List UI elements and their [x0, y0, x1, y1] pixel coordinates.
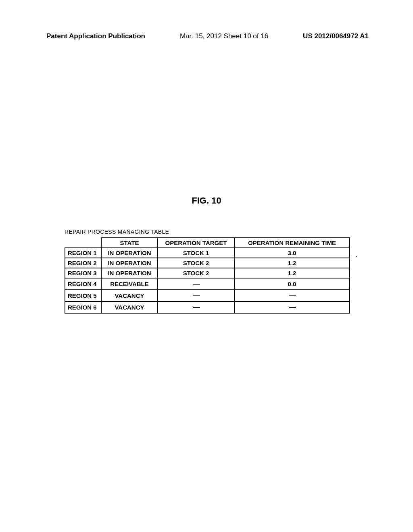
header-publication-type: Patent Application Publication [46, 32, 145, 40]
cell-target: — [158, 301, 234, 313]
col-header-blank [65, 238, 101, 248]
cell-target: — [158, 278, 234, 290]
dash-icon: — [193, 280, 199, 288]
cell-region: REGION 3 [65, 268, 101, 278]
col-header-state: STATE [101, 238, 158, 248]
table-row: REGION 6 VACANCY — — [65, 301, 350, 313]
header-date-sheet: Mar. 15, 2012 Sheet 10 of 16 [180, 32, 268, 40]
table-caption: REPAIR PROCESS MANAGING TABLE [65, 229, 350, 235]
dash-icon: — [289, 303, 295, 311]
stray-period-mark: . [356, 251, 357, 259]
cell-target: — [158, 290, 234, 301]
table-row: REGION 5 VACANCY — — [65, 290, 350, 301]
dash-icon: — [193, 291, 199, 299]
table-header-row: STATE OPERATION TARGET OPERATION REMAINI… [65, 238, 350, 248]
cell-time: — [234, 290, 350, 301]
figure-label: FIG. 10 [0, 195, 413, 206]
cell-region: REGION 4 [65, 278, 101, 290]
table-row: REGION 2 IN OPERATION STOCK 2 1.2 [65, 258, 350, 268]
cell-state: VACANCY [101, 301, 158, 313]
table-row: REGION 4 RECEIVABLE — 0.0 [65, 278, 350, 290]
cell-time: 3.0 [234, 248, 350, 258]
dash-icon: — [289, 291, 295, 299]
cell-state: IN OPERATION [101, 258, 158, 268]
col-header-target: OPERATION TARGET [158, 238, 234, 248]
col-header-time: OPERATION REMAINING TIME [234, 238, 350, 248]
cell-time: 1.2 [234, 258, 350, 268]
page-header: Patent Application Publication Mar. 15, … [0, 32, 413, 40]
cell-state: VACANCY [101, 290, 158, 301]
table-section: REPAIR PROCESS MANAGING TABLE STATE OPER… [65, 229, 350, 314]
cell-region: REGION 5 [65, 290, 101, 301]
cell-time: — [234, 301, 350, 313]
table-row: REGION 3 IN OPERATION STOCK 2 1.2 [65, 268, 350, 278]
cell-target: STOCK 2 [158, 268, 234, 278]
cell-state: IN OPERATION [101, 268, 158, 278]
dash-icon: — [193, 303, 199, 311]
cell-target: STOCK 1 [158, 248, 234, 258]
header-publication-number: US 2012/0064972 A1 [303, 32, 369, 40]
cell-region: REGION 6 [65, 301, 101, 313]
cell-target: STOCK 2 [158, 258, 234, 268]
cell-region: REGION 1 [65, 248, 101, 258]
cell-region: REGION 2 [65, 258, 101, 268]
cell-time: 1.2 [234, 268, 350, 278]
table-row: REGION 1 IN OPERATION STOCK 1 3.0 [65, 248, 350, 258]
cell-time: 0.0 [234, 278, 350, 290]
cell-state: IN OPERATION [101, 248, 158, 258]
repair-process-table: STATE OPERATION TARGET OPERATION REMAINI… [65, 237, 350, 314]
cell-state: RECEIVABLE [101, 278, 158, 290]
